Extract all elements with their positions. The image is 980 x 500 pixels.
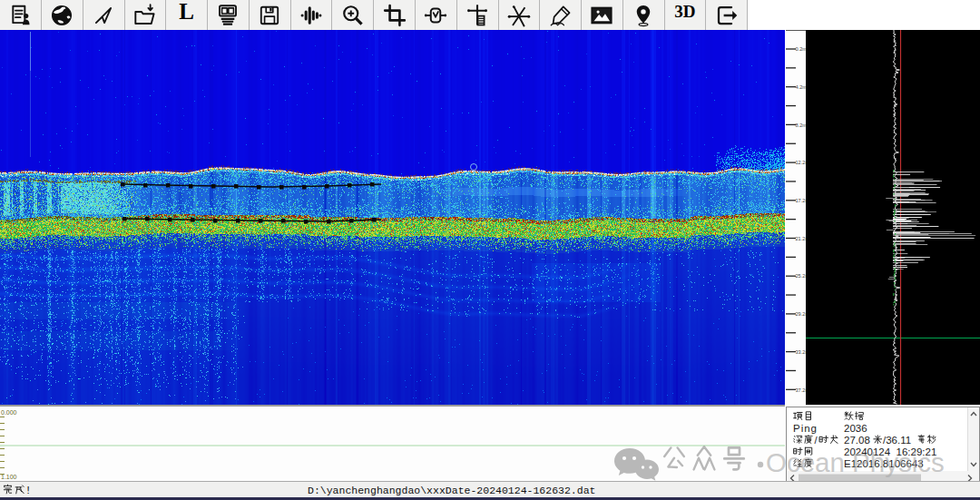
svg-text:0.000: 0.000 bbox=[1, 409, 17, 416]
svg-text:21.2m: 21.2m bbox=[796, 236, 807, 241]
svg-text:1.100: 1.100 bbox=[1, 474, 17, 480]
svg-text:37.2m: 37.2m bbox=[796, 387, 807, 393]
svg-text:33.2m: 33.2m bbox=[796, 349, 807, 355]
svg-text:17.2m: 17.2m bbox=[796, 198, 807, 203]
svg-text:8.2m: 8.2m bbox=[796, 123, 807, 128]
svg-text:!: ! bbox=[27, 485, 30, 495]
svg-text:2036: 2036 bbox=[844, 423, 867, 434]
svg-text:Ping: Ping bbox=[793, 423, 818, 434]
svg-text:25.2m: 25.2m bbox=[796, 273, 807, 279]
svg-text:4.2m: 4.2m bbox=[796, 84, 807, 90]
svg-text:29.2m: 29.2m bbox=[796, 311, 807, 317]
svg-text:12.2m: 12.2m bbox=[796, 160, 807, 165]
svg-text:Ocean Physics: Ocean Physics bbox=[766, 447, 945, 477]
svg-text:0.2m: 0.2m bbox=[796, 46, 807, 52]
svg-text:D:\yanchenghangdao\xxxDate-202: D:\yanchenghangdao\xxxDate-20240124-1626… bbox=[308, 485, 595, 496]
